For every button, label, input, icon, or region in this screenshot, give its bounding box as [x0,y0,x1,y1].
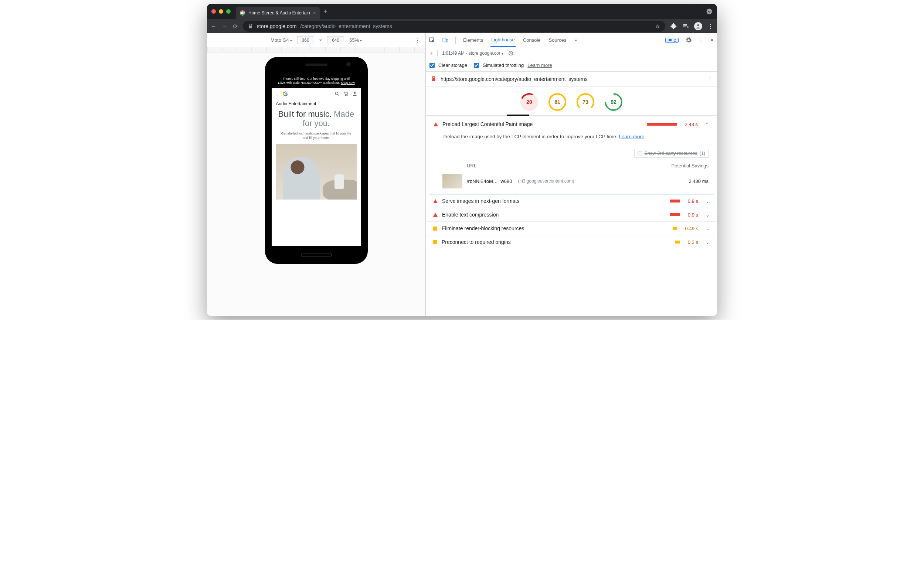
maximize-window-button[interactable] [226,9,231,13]
search-icon[interactable] [334,91,340,96]
svg-point-7 [354,92,356,94]
gauge-accessibility[interactable]: 81 [549,93,566,111]
simulated-throttling-checkbox[interactable] [474,63,479,68]
clear-storage-label: Clear storage [438,63,467,68]
audit-learn-more-link[interactable]: Learn more [619,134,645,139]
banner-line2: 12/24 with code HOLIDAY2DAY at checkout. [278,81,340,85]
toolbar: ← → ⟳ store.google.com/category/audio_en… [207,19,717,33]
report-select[interactable]: 1:01:49 AM - store.google.cor [442,51,503,56]
chevron-down-icon[interactable] [706,8,712,15]
audit-row[interactable]: Preconnect to required origins0.3 s⌄ [426,235,717,249]
tab-sources[interactable]: Sources [548,33,567,47]
col-savings: Potential Savings [672,163,708,168]
reload-button[interactable]: ⟳ [233,23,238,30]
audit-time: 2.43 s [685,121,698,127]
report-menu[interactable]: ⋮ [707,76,712,82]
audit-title: Enable text compression [442,212,666,218]
issues-badge[interactable]: 2 [665,38,679,43]
savings-bar [647,123,677,126]
audit-header[interactable]: Preload Largest Contentful Paint image 2… [429,118,714,130]
clear-storage-checkbox[interactable] [429,63,435,68]
page-section-title: Audio Entertainment [272,100,361,109]
lighthouse-subbar: + 1:01:49 AM - store.google.cor [426,47,717,59]
resource-thumbnail [442,174,462,189]
svg-point-5 [345,95,346,96]
gauge-performance[interactable]: 20 [520,93,538,111]
device-toggle-icon[interactable] [442,37,449,43]
menu-icon[interactable]: ⋮ [707,23,713,30]
device-emulation-pane: Moto G4 × 65% ⋮ There's still time. Get … [207,33,426,316]
audit-table-row: /rbNNiE4oM…=w680 (lh3.googleusercontent.… [429,171,714,194]
svg-point-4 [335,92,338,94]
cart-icon[interactable] [344,91,348,96]
device-toolbar-menu[interactable]: ⋮ [414,36,421,44]
simulated-throttling-label: Simulated throttling [483,63,524,68]
col-url: URL [467,163,476,168]
titlebar: Home Stereo & Audio Entertain × + [207,4,717,19]
close-window-button[interactable] [212,9,216,13]
resource-url: /rbNNiE4oM…=w680 [467,178,512,184]
svg-point-2 [697,24,699,26]
zoom-select[interactable]: 65% [349,37,362,43]
tab-lighthouse[interactable]: Lighthouse [490,33,516,47]
new-report-button[interactable]: + [429,50,433,57]
devtools-close-icon[interactable]: ✕ [710,37,714,43]
settings-icon[interactable] [685,37,692,43]
browser-window: Home Stereo & Audio Entertain × + ← → ⟳ … [207,4,717,316]
warn-icon [433,240,437,244]
third-party-toggle[interactable]: Show 3rd-party resources (1) [634,149,708,158]
svg-rect-10 [446,39,448,42]
report-url-row: https://store.google.com/category/audio_… [426,72,717,87]
forward-button[interactable]: → [222,23,228,30]
resource-savings: 2,430 ms [689,178,708,184]
svg-rect-9 [443,38,446,42]
hero-subtext: Get started with audio packages that fit… [276,131,357,141]
tab-elements[interactable]: Elements [462,33,484,47]
gauge-seo[interactable]: 92 [604,93,622,111]
banner-shop-link[interactable]: Shop now [341,81,355,85]
new-tab-button[interactable]: + [323,8,327,15]
gauge-best-practices[interactable]: 73 [577,93,594,111]
audit-table-header: URL Potential Savings [429,160,714,171]
lighthouse-icon [430,76,437,82]
resource-host: (lh3.googleusercontent.com) [518,178,574,184]
tabs-overflow[interactable]: » [574,33,578,47]
profile-avatar[interactable] [694,22,702,30]
chevron-down-icon: ⌄ [706,198,710,204]
audit-row[interactable]: Eliminate render-blocking resources0.49 … [426,222,717,235]
third-party-checkbox[interactable] [638,151,642,156]
lighthouse-options: Clear storage Simulated throttling Learn… [426,59,717,72]
savings-bar [670,213,680,216]
throttling-learn-more-link[interactable]: Learn more [527,63,552,68]
savings-bar [675,241,680,244]
audit-description: Preload the image used by the LCP elemen… [429,130,714,144]
chevron-down-icon: ⌄ [706,240,710,245]
url-field[interactable]: store.google.com/category/audio_entertai… [243,21,665,32]
clear-icon[interactable] [508,50,514,56]
devtools-menu-icon[interactable]: ⋮ [699,37,704,43]
minimize-window-button[interactable] [219,9,223,13]
audit-row[interactable]: Enable text compression0.9 s⌄ [426,208,717,222]
tab-console[interactable]: Console [522,33,542,47]
audit-row[interactable]: Serve images in next-gen formats0.9 s⌄ [426,194,717,208]
star-icon[interactable]: ☆ [655,23,660,29]
google-logo-icon[interactable] [282,91,288,97]
emulated-page[interactable]: There's still time. Get free two-day shi… [272,74,361,246]
url-host: store.google.com [257,23,296,29]
savings-bar [673,227,677,230]
viewport-height-input[interactable] [327,36,344,44]
account-icon[interactable] [352,91,357,96]
reading-list-icon[interactable] [682,23,689,30]
device-select[interactable]: Moto G4 [270,37,292,43]
browser-tab[interactable]: Home Stereo & Audio Entertain × [236,7,320,19]
viewport-width-input[interactable] [297,36,314,44]
devtools-pane: Elements Lighthouse Console Sources » 2 … [426,33,717,316]
hero-heading: Built for music. Madefor you. [276,109,357,128]
fail-icon [434,122,438,126]
extensions-icon[interactable] [670,23,677,30]
element-picker-icon[interactable] [429,37,435,43]
promo-banner: There's still time. Get free two-day shi… [272,74,361,88]
hamburger-icon[interactable]: ☰ [275,92,279,96]
back-button[interactable]: ← [211,23,217,30]
tab-close-button[interactable]: × [313,10,316,16]
